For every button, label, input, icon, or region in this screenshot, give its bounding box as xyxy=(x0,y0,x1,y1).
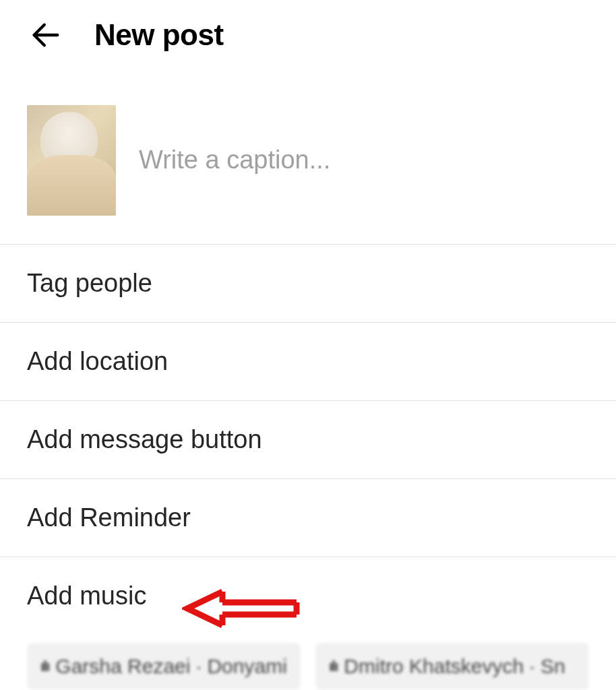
music-chip[interactable]: ılı Dmitro Khatskevych · Sn xyxy=(315,643,589,690)
music-chip[interactable]: ılı Garsha Rezaei · Donyami xyxy=(27,643,301,690)
option-label: Add location xyxy=(27,347,168,375)
music-chips-row: ılı Garsha Rezaei · Donyami ılı Dmitro K… xyxy=(0,635,616,690)
option-add-location[interactable]: Add location xyxy=(0,322,616,400)
page-title: New post xyxy=(94,18,224,52)
music-bars-icon: ılı xyxy=(40,658,49,675)
caption-input[interactable] xyxy=(139,146,589,175)
option-label: Tag people xyxy=(27,269,152,297)
option-label: Add Reminder xyxy=(27,503,191,532)
header: New post xyxy=(0,0,616,78)
option-label: Add music xyxy=(27,582,146,610)
option-tag-people[interactable]: Tag people xyxy=(0,244,616,322)
option-add-reminder[interactable]: Add Reminder xyxy=(0,478,616,557)
music-chip-label: Garsha Rezaei · Donyami xyxy=(55,655,286,678)
music-bars-icon: ılı xyxy=(329,658,337,675)
option-label: Add message button xyxy=(27,425,262,453)
post-thumbnail[interactable] xyxy=(27,105,116,216)
option-add-message-button[interactable]: Add message button xyxy=(0,400,616,478)
back-arrow-icon[interactable] xyxy=(27,16,65,54)
option-add-music[interactable]: Add music xyxy=(0,557,616,635)
music-chip-label: Dmitro Khatskevych · Sn xyxy=(344,655,565,678)
caption-section xyxy=(0,78,616,244)
